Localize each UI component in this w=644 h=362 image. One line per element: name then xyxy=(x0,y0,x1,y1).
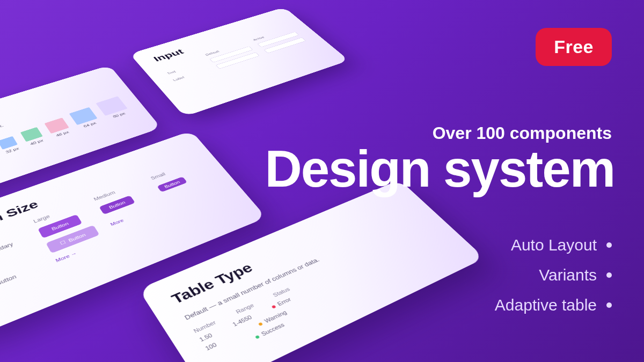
row-label: Main, Secondary xyxy=(0,235,30,265)
arrow-link[interactable]: More → xyxy=(55,250,78,263)
placeholder-icon: ☐ xyxy=(59,240,67,246)
feature-item: Adaptive table xyxy=(495,296,612,314)
promo-stage: Layout The system uses a Soft Grid with … xyxy=(0,0,644,362)
more-link[interactable]: More xyxy=(109,218,125,226)
bullet-icon xyxy=(606,242,612,248)
card-input: Input Default Active Text Label xyxy=(129,7,349,116)
feature-item: Auto Layout xyxy=(495,236,612,254)
bullet-icon xyxy=(606,302,612,308)
hero-title: Design system xyxy=(265,142,614,196)
feature-item: Variants xyxy=(495,266,612,284)
feature-list: Auto Layout Variants Adaptive table xyxy=(495,236,612,326)
table-row: 1.50 1-4550 Error xyxy=(198,232,435,343)
bullet-icon xyxy=(606,272,612,278)
free-badge: Free xyxy=(536,28,612,66)
sample-button-medium[interactable]: Button xyxy=(99,195,135,215)
sample-button-small[interactable]: Button xyxy=(157,176,187,192)
row-label: Arrow Button xyxy=(0,263,45,294)
